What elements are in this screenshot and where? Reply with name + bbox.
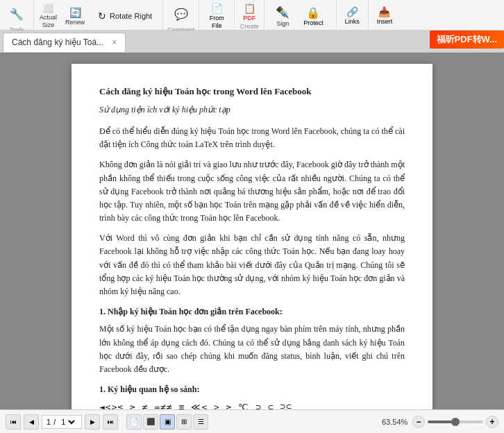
zoom-out-icon: − bbox=[416, 417, 421, 427]
page-thumbnail-icon: 📄 bbox=[130, 418, 138, 425]
doc-section1: 1. Nhập ký hiệu Toán học đơn giản trên F… bbox=[99, 305, 405, 319]
actual-size-icon: ⬜ bbox=[43, 3, 53, 13]
single-page-button[interactable]: ▣ bbox=[160, 414, 175, 430]
actual-size-label: Actual bbox=[40, 14, 57, 21]
protect-label: Protect bbox=[303, 19, 324, 26]
renew-label: Renew bbox=[65, 19, 85, 26]
view-mode-buttons: 📄 ⬛ ▣ ⊞ ☰ bbox=[126, 414, 208, 430]
zoom-in-button[interactable]: + bbox=[486, 416, 498, 428]
from-file-button[interactable]: 📄 From File bbox=[205, 1, 228, 31]
links-button[interactable]: 🔗 Links bbox=[341, 5, 364, 26]
comment-button[interactable]: 💬 bbox=[169, 1, 194, 26]
tab-bar: Cách đăng ký hiệu Toá... × 福昕PDF转W... bbox=[0, 31, 504, 53]
nav-last-button[interactable]: ⏭ bbox=[103, 414, 118, 430]
zoom-slider-fill bbox=[428, 421, 453, 423]
toolbar: 🔧 Tools ⬜ Actual Size 🔄 Renew ↻ Rotate R… bbox=[0, 0, 504, 31]
doc-para3: Với Word thì vô cùng đơn giản khi bạn ch… bbox=[99, 232, 405, 298]
current-page: 1 bbox=[47, 418, 51, 426]
doc-subtitle: Sử dụng tiện ích với ký hiệu phức tạp bbox=[99, 103, 405, 117]
protect-button[interactable]: 🔒 Protect bbox=[296, 3, 330, 29]
page-indicator: 1 / 1 bbox=[42, 415, 82, 429]
rotate-right-label: Rotate Right bbox=[110, 12, 152, 20]
document-tab[interactable]: Cách đăng ký hiệu Toá... × bbox=[3, 33, 126, 52]
page-separator: / bbox=[53, 418, 56, 426]
comment-icon: 💬 bbox=[174, 8, 188, 21]
nav-next-button[interactable]: ▶ bbox=[85, 414, 100, 430]
toolbar-insert-group: 📥 Insert bbox=[369, 0, 401, 30]
from-file-label: From bbox=[210, 15, 224, 22]
rotate-right-icon: ↻ bbox=[98, 10, 106, 22]
actual-size-sublabel: Size bbox=[42, 22, 55, 28]
links-icon: 🔗 bbox=[346, 6, 358, 17]
watermark-banner: 福昕PDF转W... bbox=[430, 31, 504, 49]
protect-icon: 🔒 bbox=[306, 6, 320, 19]
doc-para1: Để có thể hiểu diễn đúng ký hiệu Toán họ… bbox=[99, 125, 405, 151]
insert-button[interactable]: 📥 Insert bbox=[373, 5, 397, 26]
toolbar-sign-group: ✒️ Sign 🔒 Protect bbox=[264, 0, 337, 30]
sign-btn-label: Sign bbox=[276, 20, 289, 27]
zoom-slider-thumb bbox=[451, 418, 460, 426]
nav-first-icon: ⏮ bbox=[10, 418, 17, 425]
nav-prev-icon: ◀ bbox=[29, 418, 34, 425]
doc-section1b: 1. Ký hiệu quan hệ so sánh: bbox=[99, 383, 405, 396]
tab-title: Cách đăng ký hiệu Toá... bbox=[12, 37, 103, 47]
toolbar-view-group: ⬜ Actual Size 🔄 Renew ↻ Rotate Right Vie… bbox=[34, 0, 163, 30]
renew-icon: 🔄 bbox=[69, 7, 81, 18]
zoom-out-button[interactable]: − bbox=[412, 416, 425, 428]
toolbar-comment-group: 💬 Comment bbox=[163, 0, 199, 30]
page-select[interactable]: 1 bbox=[58, 417, 77, 427]
status-bar: ⏮ ◀ 1 / 1 ▶ ⏭ 📄 ⬛ ▣ ⊞ ☰ 63.54% bbox=[0, 409, 504, 433]
tools-icon: 🔧 bbox=[10, 8, 24, 21]
document-page: Cách đăng ký hiệu Toán học trong Word lê… bbox=[72, 64, 432, 409]
two-page-icon: ⊞ bbox=[181, 418, 187, 425]
doc-math-row1: ◄<>≤ ≥ ≠ =≠≠ ≡ ≪< > ≥ ℃ ⊃ ⊂ ⊇⊆ bbox=[99, 400, 405, 409]
tools-button[interactable]: 🔧 bbox=[4, 1, 29, 26]
continuous-icon: ☰ bbox=[198, 418, 204, 425]
sign-icon: ✒️ bbox=[276, 6, 289, 19]
doc-para4: Một số ký hiệu Toán học bạn có thể tận d… bbox=[99, 323, 405, 376]
watermark-text: 福昕PDF转W... bbox=[437, 34, 497, 44]
insert-icon: 📥 bbox=[378, 6, 390, 17]
create-pdf-icon: 📋 bbox=[244, 3, 255, 14]
pdf-icon: 📄 bbox=[211, 3, 223, 14]
links-label: Links bbox=[345, 18, 360, 25]
zoom-percent: 63.54% bbox=[382, 418, 410, 426]
sign-button[interactable]: ✒️ Sign bbox=[270, 4, 295, 29]
zoom-section: 63.54% − + bbox=[382, 416, 498, 428]
doc-para2: Không đơn giản là nói giải trí và giao l… bbox=[99, 158, 405, 225]
insert-label: Insert bbox=[377, 18, 393, 25]
nav-next-icon: ▶ bbox=[90, 418, 95, 425]
toolbar-create-group: 📋 PDF Create bbox=[235, 0, 264, 30]
two-page-button[interactable]: ⊞ bbox=[176, 414, 192, 430]
create-group-label: Create bbox=[240, 23, 259, 31]
from-file-sublabel: File bbox=[212, 22, 222, 29]
tab-close-button[interactable]: × bbox=[112, 37, 117, 47]
page-fit-icon: ⬛ bbox=[146, 418, 155, 425]
doc-main-title: Cách đăng ký hiệu Toán học trong Word lê… bbox=[99, 85, 405, 99]
zoom-in-icon: + bbox=[489, 417, 494, 427]
nav-prev-button[interactable]: ◀ bbox=[24, 414, 39, 430]
nav-first-button[interactable]: ⏮ bbox=[6, 414, 21, 430]
document-area: Cách đăng ký hiệu Toán học trong Word lê… bbox=[0, 53, 504, 409]
toolbar-tools-group: 🔧 Tools bbox=[0, 0, 34, 30]
continuous-button[interactable]: ☰ bbox=[193, 414, 208, 430]
toolbar-links-group: 🔗 Links bbox=[337, 0, 369, 30]
page-thumbnail-button[interactable]: 📄 bbox=[126, 414, 142, 430]
toolbar-fromfile-group: 📄 From File From File bbox=[199, 0, 235, 30]
create-pdf-button[interactable]: 📋 PDF bbox=[239, 1, 260, 23]
pdf-create-pdf-label: PDF bbox=[243, 15, 255, 22]
page-fit-button[interactable]: ⬛ bbox=[143, 414, 158, 430]
renew-button[interactable]: 🔄 Renew bbox=[62, 6, 87, 27]
single-page-icon: ▣ bbox=[165, 418, 171, 425]
actual-size-button[interactable]: ⬜ Actual Size bbox=[37, 2, 60, 30]
zoom-slider[interactable] bbox=[428, 421, 483, 423]
rotate-right-button[interactable]: ↻ Rotate Right bbox=[90, 7, 160, 25]
nav-last-icon: ⏭ bbox=[108, 418, 114, 425]
